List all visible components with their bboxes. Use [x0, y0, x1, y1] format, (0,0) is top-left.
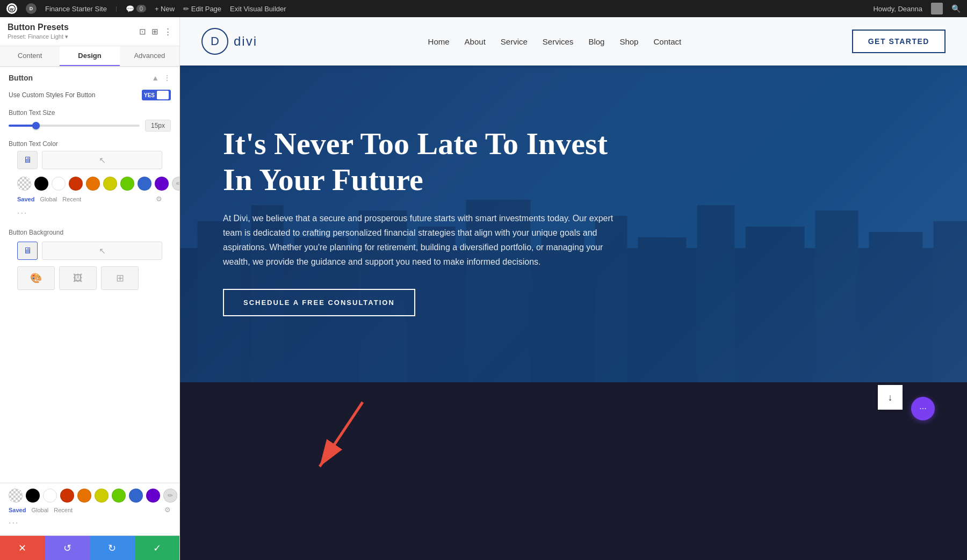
- nav-blog[interactable]: Blog: [588, 37, 604, 46]
- svg-rect-13: [746, 227, 805, 382]
- wp-logo-icon[interactable]: W: [6, 3, 17, 14]
- bg-image-icon-label: 🖼: [73, 273, 83, 284]
- bg-pattern-icon[interactable]: ⊞: [101, 266, 139, 290]
- divi-logo-icon[interactable]: D: [26, 3, 37, 14]
- btn-text-size-slider-row: 15px: [9, 120, 171, 132]
- exit-visual-builder-btn[interactable]: Exit Visual Builder: [230, 5, 286, 13]
- user-avatar[interactable]: [931, 3, 943, 14]
- undo-button[interactable]: ↺: [45, 536, 90, 561]
- btn-text-size-value[interactable]: 15px: [145, 120, 171, 132]
- site-nav: Home About Service Services Blog Shop Co…: [428, 37, 682, 46]
- panel-title-area: Button Presets Preset: Finance Light ▾: [8, 23, 69, 40]
- redo-icon: ↻: [108, 542, 116, 554]
- bg-solid-icon[interactable]: 🎨: [17, 266, 55, 290]
- custom-styles-toggle[interactable]: YES: [142, 90, 171, 100]
- action-bar: ✕ ↺ ↻ ✓: [0, 535, 179, 560]
- bottom-color-orange[interactable]: [77, 489, 91, 503]
- hero-cta-button[interactable]: SCHEDULE A FREE CONSULTATION: [223, 289, 415, 316]
- bottom-color-red[interactable]: [60, 489, 74, 503]
- color-picker-row: 🖥 ↖: [9, 151, 171, 173]
- hero-title: It's Never Too Late To Invest In Your Fu…: [223, 126, 620, 198]
- float-purple-button[interactable]: ···: [911, 397, 935, 420]
- bottom-tag-recent[interactable]: Recent: [54, 507, 73, 513]
- edit-page-btn[interactable]: ✏ Edit Page: [183, 5, 221, 13]
- bottom-palette-settings-icon[interactable]: ⚙: [164, 506, 171, 514]
- color-white[interactable]: [52, 177, 66, 191]
- cancel-button[interactable]: ✕: [0, 536, 45, 561]
- redo-button[interactable]: ↻: [90, 536, 135, 561]
- section-menu-icon[interactable]: ⋮: [163, 74, 171, 82]
- header-cta-button[interactable]: GET STARTED: [852, 30, 946, 53]
- bottom-tag-global[interactable]: Global: [31, 507, 48, 513]
- main-content: D divi Home About Service Services Blog …: [180, 17, 967, 560]
- bottom-color-transparent[interactable]: [9, 489, 23, 503]
- custom-styles-toggle-row: Use Custom Styles For Button YES: [0, 86, 179, 106]
- tab-design[interactable]: Design: [60, 46, 119, 66]
- nav-home[interactable]: Home: [428, 37, 450, 46]
- panel-menu-icon[interactable]: ⋮: [164, 27, 172, 37]
- palette-tag-saved[interactable]: Saved: [17, 196, 34, 202]
- nav-contact[interactable]: Contact: [653, 37, 681, 46]
- color-text-box[interactable]: ↖: [42, 151, 162, 169]
- nav-about[interactable]: About: [465, 37, 486, 46]
- bg-gradient-icon: 🎨: [30, 272, 42, 284]
- collapse-icon[interactable]: ▲: [151, 74, 159, 82]
- bottom-more-dots[interactable]: ···: [9, 516, 171, 530]
- main-layout: Button Presets Preset: Finance Light ▾ ⊡…: [0, 17, 967, 560]
- text-color-palette: ✏ Saved Global Recent ⚙: [9, 173, 171, 206]
- site-name-link[interactable]: Finance Starter Site: [45, 5, 107, 13]
- palette-tag-global[interactable]: Global: [40, 196, 57, 202]
- scroll-down-button[interactable]: ↓: [878, 385, 903, 410]
- color-eraser[interactable]: ✏: [172, 177, 179, 191]
- svg-rect-14: [816, 210, 858, 382]
- palette-settings-icon[interactable]: ⚙: [156, 195, 162, 203]
- tab-advanced[interactable]: Advanced: [120, 46, 179, 66]
- bg-desktop-icon-btn[interactable]: 🖥: [17, 242, 38, 260]
- panel-subtitle: Preset: Finance Light ▾: [8, 33, 69, 40]
- hero-content: It's Never Too Late To Invest In Your Fu…: [180, 62, 663, 337]
- new-btn[interactable]: + New: [155, 5, 175, 13]
- panel-grid-icon[interactable]: ⊞: [151, 27, 158, 37]
- comment-count: 0: [136, 5, 146, 12]
- palette-tag-recent[interactable]: Recent: [62, 196, 81, 202]
- save-button[interactable]: ✓: [135, 536, 180, 561]
- bottom-color-eraser[interactable]: ✏: [163, 489, 177, 503]
- panel-window-icon[interactable]: ⊡: [139, 27, 146, 37]
- slider-thumb[interactable]: [32, 122, 40, 129]
- bg-color-field[interactable]: ↖: [42, 242, 162, 260]
- bottom-tag-saved[interactable]: Saved: [9, 507, 26, 513]
- save-icon: ✓: [153, 542, 161, 554]
- site-logo[interactable]: D divi: [201, 28, 257, 55]
- nav-shop[interactable]: Shop: [619, 37, 638, 46]
- tab-content[interactable]: Content: [0, 46, 60, 66]
- color-orange[interactable]: [86, 177, 100, 191]
- color-green[interactable]: [120, 177, 134, 191]
- bottom-color-green[interactable]: [112, 489, 126, 503]
- color-purple[interactable]: [155, 177, 169, 191]
- nav-services[interactable]: Services: [543, 37, 574, 46]
- nav-service[interactable]: Service: [501, 37, 528, 46]
- color-blue[interactable]: [138, 177, 151, 191]
- btn-text-size-track[interactable]: [9, 125, 140, 127]
- admin-search-icon[interactable]: 🔍: [951, 4, 961, 13]
- section-icons: ▲ ⋮: [151, 74, 171, 82]
- bottom-color-yellow[interactable]: [95, 489, 109, 503]
- bg-image-icon[interactable]: 🖼: [59, 266, 97, 290]
- more-options-dots[interactable]: ···: [9, 206, 171, 220]
- cancel-icon: ✕: [18, 542, 26, 554]
- toggle-yes-label: YES: [144, 92, 155, 98]
- bottom-color-white[interactable]: [43, 489, 57, 503]
- color-black[interactable]: [34, 177, 48, 191]
- btn-background-field: Button Background 🖥 ↖ 🎨 🖼: [0, 226, 179, 300]
- toggle-label-line1: Use Custom Styles For Button: [9, 91, 95, 99]
- svg-text:W: W: [10, 8, 14, 11]
- comments-btn[interactable]: 💬 0: [126, 5, 146, 13]
- bottom-color-blue[interactable]: [129, 489, 143, 503]
- color-red[interactable]: [69, 177, 83, 191]
- btn-text-size-label: Button Text Size: [9, 109, 171, 117]
- color-yellow[interactable]: [103, 177, 117, 191]
- bottom-color-black[interactable]: [26, 489, 40, 503]
- color-transparent[interactable]: [17, 177, 31, 191]
- color-swatch-desktop-icon[interactable]: 🖥: [17, 151, 38, 169]
- bottom-color-purple[interactable]: [146, 489, 160, 503]
